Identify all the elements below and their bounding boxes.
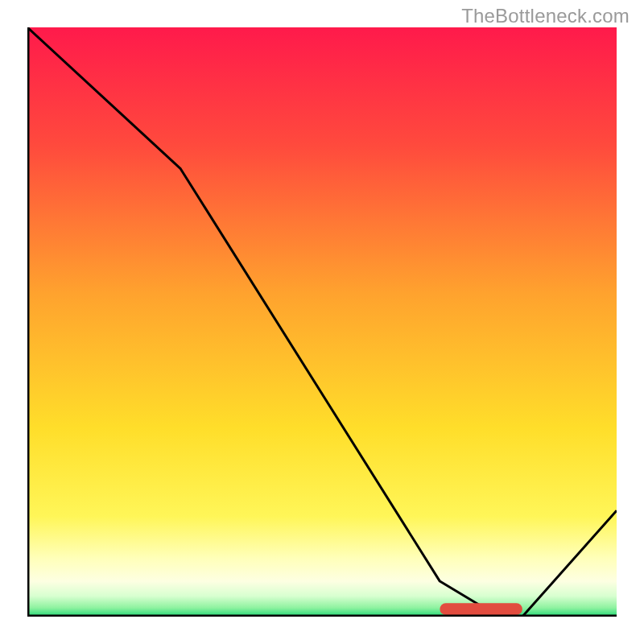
minimum-marker	[440, 603, 522, 615]
chart-container: TheBottleneck.com	[0, 0, 644, 644]
plot-area	[27, 27, 617, 617]
chart-svg	[27, 27, 617, 617]
background-gradient	[27, 27, 617, 617]
watermark-text: TheBottleneck.com	[461, 5, 630, 27]
